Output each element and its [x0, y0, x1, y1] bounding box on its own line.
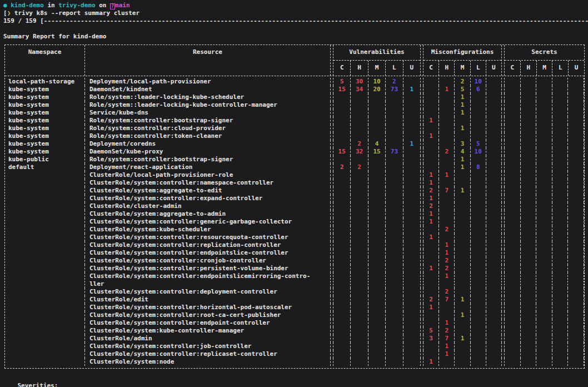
severity-count-cell: 2: [439, 226, 455, 234]
severity-count-cell: [521, 272, 537, 288]
git-branch-icon: ?: [110, 3, 115, 9]
severity-count-cell: [333, 210, 351, 218]
severity-group-cells: [504, 210, 584, 218]
severity-count-cell: [386, 195, 403, 202]
resource-cell: Role/system::leader-locking-kube-control…: [85, 101, 331, 109]
severity-count-cell: [471, 304, 486, 311]
severity-count-cell: [536, 226, 552, 234]
severity-group-cells: 156: [423, 86, 502, 93]
severity-group-cells: [504, 163, 584, 171]
severity-count-cell: [552, 195, 569, 202]
namespace-cell: kube-system: [5, 86, 85, 93]
severity-count-cell: [505, 311, 521, 319]
severity-count-cell: [505, 358, 521, 366]
severity-count-cell: [333, 218, 351, 226]
severity-group-cells: [333, 327, 421, 335]
severity-count-cell: [351, 265, 368, 272]
severity-count-cell: [403, 125, 420, 132]
severity-group-cells: 1: [423, 156, 502, 163]
severity-count-cell: 2: [439, 288, 455, 296]
severity-count-cell: [439, 156, 455, 163]
severity-group-cells: [333, 202, 421, 210]
severity-group-cells: [333, 117, 421, 125]
severity-count-cell: [471, 296, 486, 304]
resource-cell: DaemonSet/kindnet: [85, 86, 331, 93]
table-row: ClusterRole/system:controller:endpointsl…: [5, 272, 584, 288]
severity-count-cell: 2: [439, 148, 455, 156]
severity-count-cell: [386, 304, 403, 311]
severity-count-cell: [368, 265, 386, 272]
table-row: kube-systemRole/system::leader-locking-k…: [5, 93, 584, 101]
table-row: ClusterRole/system:controller:generic-ga…: [5, 218, 584, 226]
severity-count-cell: [552, 179, 569, 187]
severity-count-cell: [471, 311, 486, 319]
severity-count-cell: [486, 163, 501, 171]
severity-group-cells: [504, 218, 584, 226]
severity-count-cell: 1: [423, 218, 439, 226]
severity-count-cell: 3: [423, 335, 439, 343]
terminal[interactable]: ● kind-demo in trivy-demo on ?main [❯ tr…: [0, 0, 588, 387]
severity-group-cells: 22: [333, 163, 421, 171]
severity-count-cell: 1: [455, 125, 470, 132]
summary-table: Namespace Resource VulnerabilitiesCHMLUM…: [4, 44, 585, 369]
severity-count-cell: [552, 327, 569, 335]
severity-count-cell: [403, 257, 420, 265]
severity-count-cell: [423, 241, 439, 249]
resource-line: Deployment/coredns: [89, 140, 330, 148]
severity-group-cells: 11: [423, 171, 502, 179]
resource-line: DaemonSet/kube-proxy: [89, 148, 330, 156]
severity-count-cell: [403, 210, 420, 218]
severity-count-cell: [552, 210, 569, 218]
severity-count-cell: [471, 234, 486, 241]
severity-count-cell: [386, 132, 403, 140]
severity-count-cell: [536, 210, 552, 218]
severity-count-cell: [552, 350, 569, 358]
severity-count-cell: [351, 257, 368, 265]
severity-count-cell: [455, 265, 470, 272]
severity-count-cell: [368, 358, 386, 366]
severity-count-cell: [368, 311, 386, 319]
severity-count-cell: [403, 265, 420, 272]
severity-column-header: M: [537, 61, 553, 76]
resource-cell: ClusterRole/system:controller:namespace-…: [85, 179, 331, 187]
resource-cell: ClusterRole/system:controller:job-contro…: [85, 343, 331, 350]
severity-count-cell: [552, 125, 569, 132]
severity-count-cell: 15: [333, 86, 351, 93]
severity-count-cell: 1: [455, 163, 470, 171]
severity-count-cell: [403, 272, 420, 288]
severity-group-cells: [333, 101, 421, 109]
severity-count-cell: [521, 78, 537, 86]
severity-count-cell: [386, 210, 403, 218]
severity-count-cell: 10: [471, 148, 486, 156]
severity-count-cell: [386, 249, 403, 257]
severity-count-cell: 1: [423, 304, 439, 311]
severity-count-cell: [552, 86, 569, 93]
severity-count-cell: [455, 218, 470, 226]
resource-cell: ClusterRole/system:controller:endpointsl…: [85, 272, 331, 288]
severity-count-cell: [486, 234, 501, 241]
severity-count-cell: [552, 218, 569, 226]
severity-group-cells: [504, 272, 584, 288]
group-title: Secrets: [505, 45, 584, 61]
severity-count-cell: [403, 358, 420, 366]
severity-group-cells: 1: [423, 195, 502, 202]
severity-group-cells: [504, 86, 584, 93]
severity-group-cells: 15321573: [333, 148, 421, 156]
severity-column-header: H: [439, 61, 455, 76]
severity-count-cell: [521, 202, 537, 210]
namespace-cell: [5, 202, 85, 210]
resource-line: ClusterRole/system:controller:expand-con…: [89, 195, 330, 202]
severity-count-cell: [552, 148, 569, 156]
severity-count-cell: [351, 202, 368, 210]
severity-count-cell: [486, 296, 501, 304]
severity-count-cell: [552, 311, 569, 319]
severity-count-cell: [333, 343, 351, 350]
table-row: ClusterRole/system:kube-scheduler2: [5, 226, 584, 234]
resource-line: ClusterRole/system:controller:resourcequ…: [89, 234, 330, 241]
severity-count-cell: 3: [455, 140, 470, 148]
severity-count-cell: [351, 327, 368, 335]
severity-count-cell: [423, 156, 439, 163]
severity-count-cell: [568, 179, 584, 187]
severity-count-cell: [423, 148, 439, 156]
severity-count-cell: [455, 358, 470, 366]
